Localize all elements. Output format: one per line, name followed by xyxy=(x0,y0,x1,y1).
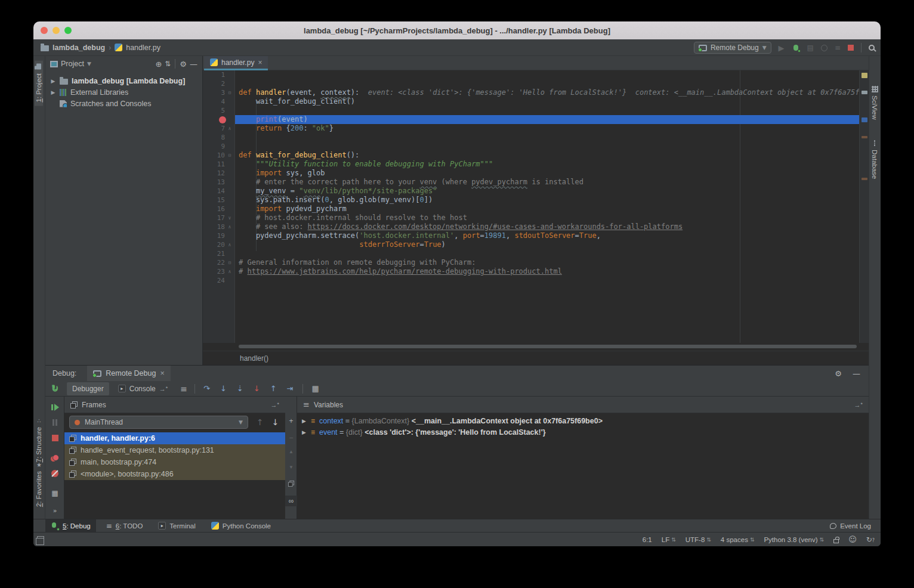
gutter-line-10[interactable]: 10⊟ xyxy=(203,151,234,160)
caret-position[interactable]: 6:1 xyxy=(643,536,652,543)
stack-frame[interactable]: main, bootstrap.py:474 xyxy=(64,456,285,468)
code-line-9[interactable] xyxy=(235,142,859,151)
code-line-1[interactable] xyxy=(235,70,859,79)
coverage-icon[interactable]: ▤ xyxy=(807,44,814,51)
gutter-line-2[interactable]: 2 xyxy=(203,79,234,88)
gutter-line-17[interactable]: 17∨ xyxy=(203,213,234,222)
inspections-icon[interactable]: ☺ xyxy=(848,536,857,543)
close-tab-icon[interactable]: × xyxy=(258,58,262,67)
variables-menu-icon[interactable]: ≡ xyxy=(303,401,310,408)
zoom-window-button[interactable] xyxy=(64,27,72,34)
code-line-11[interactable]: """Utility function to enable debugging … xyxy=(235,160,859,169)
chevron-down-icon[interactable]: ▼ xyxy=(87,61,91,67)
project-panel-title[interactable]: Project xyxy=(61,60,84,68)
code-line-19[interactable]: pydevd_pycharm.settrace('host.docker.int… xyxy=(235,231,859,240)
interpreter-select[interactable]: Python 3.8 (venv)⇅ xyxy=(764,536,824,543)
tree-item[interactable]: ▶External Libraries xyxy=(45,86,202,98)
code-line-22[interactable]: # General information on remote debuggin… xyxy=(235,258,859,267)
code-line-12[interactable]: import sys, glob xyxy=(235,169,859,178)
gutter-line-3[interactable]: 3⊟ xyxy=(203,88,234,97)
tool-button-favorites[interactable]: 2: Favorites★ xyxy=(35,462,42,507)
tool-button-terminal[interactable]: ▸Terminal xyxy=(153,519,200,533)
breakpoint-icon[interactable] xyxy=(219,116,226,123)
gutter-line-8[interactable]: 8 xyxy=(203,133,234,142)
tool-button-todo[interactable]: ≡6: TODO xyxy=(101,519,149,533)
fold-marker-icon[interactable]: ∧ xyxy=(226,124,233,133)
tool-button-sciview[interactable]: SciView xyxy=(871,86,878,120)
collapse-all-icon[interactable]: ⇅ xyxy=(165,60,171,67)
duplicate-watch-icon[interactable] xyxy=(285,480,297,487)
fold-marker-icon[interactable]: ⊟ xyxy=(226,151,233,160)
event-log-button[interactable]: Event Log xyxy=(830,522,871,530)
code-line-13[interactable]: # enter the correct path here to your ve… xyxy=(235,178,859,187)
debug-session-tab[interactable]: Remote Debug × xyxy=(87,366,170,381)
unlock-icon[interactable] xyxy=(833,539,839,543)
code-line-7[interactable]: return {200: "ok"} xyxy=(235,124,859,133)
profiler-icon[interactable] xyxy=(821,45,827,51)
show-return-values-icon[interactable]: ∞ xyxy=(285,496,297,506)
updates-icon[interactable]: ↻? xyxy=(866,536,875,543)
gutter-line-13[interactable]: 13 xyxy=(203,178,234,187)
mute-breakpoints-icon[interactable] xyxy=(45,470,64,477)
gutter-line-19[interactable]: 19 xyxy=(203,231,234,240)
stack-frame[interactable]: handle_event_request, bootstrap.py:131 xyxy=(64,444,285,456)
tool-button-pythonconsole[interactable]: Python Console xyxy=(206,519,276,533)
run-to-cursor-icon[interactable]: ⇥ xyxy=(287,385,294,392)
stripe-mark[interactable] xyxy=(861,136,867,138)
code-line-10[interactable]: def wait_for_debug_client(): xyxy=(235,151,859,160)
encoding-select[interactable]: UTF-8⇅ xyxy=(686,536,711,543)
code-line-24[interactable] xyxy=(235,276,859,285)
chevron-right-icon[interactable]: ▶ xyxy=(50,78,56,84)
move-down-icon[interactable]: ▼ xyxy=(285,465,297,470)
editor-tab-handler[interactable]: handler.py × xyxy=(204,56,268,70)
tree-item[interactable]: Scratches and Consoles xyxy=(45,98,202,109)
pause-icon[interactable] xyxy=(45,419,64,426)
editor-breadcrumb[interactable]: handler() xyxy=(203,351,869,365)
step-into-my-code-icon[interactable]: ↓ xyxy=(254,385,260,392)
view-breakpoints-icon[interactable] xyxy=(45,454,64,462)
tool-button-project[interactable]: 1: Project xyxy=(35,61,43,106)
gutter-line-21[interactable]: 21 xyxy=(203,249,234,258)
gutter-line-16[interactable]: 16 xyxy=(203,205,234,213)
variable-row[interactable]: ▶≡context = {LambdaContext} <__main__.La… xyxy=(297,415,869,426)
editor[interactable]: handler.py × 123⊟4567∧8910⊟1112131415161… xyxy=(203,56,869,365)
code-line-17[interactable]: # host.docker.internal should resolve to… xyxy=(235,213,859,222)
fold-marker-icon[interactable]: ⊟ xyxy=(226,258,233,267)
search-everywhere-icon[interactable] xyxy=(869,45,875,51)
more-icon[interactable]: » xyxy=(45,507,64,514)
code-line-8[interactable] xyxy=(235,133,859,142)
line-separator-select[interactable]: LF⇅ xyxy=(662,536,676,543)
code-line-23[interactable]: # https://www.jetbrains.com/help/pycharm… xyxy=(235,267,859,276)
code-line-15[interactable]: sys.path.insert(0, glob.glob(my_venv)[0]… xyxy=(235,196,859,205)
code-line-6[interactable]: print(event) xyxy=(235,115,859,124)
add-watch-icon[interactable]: + xyxy=(285,417,297,425)
step-out-icon[interactable]: ↑ xyxy=(270,385,277,392)
code-line-14[interactable]: my_venv = "venv/lib/python*/site-package… xyxy=(235,187,859,196)
locate-icon[interactable]: ⊕ xyxy=(155,60,162,68)
gutter-line-11[interactable]: 11 xyxy=(203,160,234,169)
fold-marker-icon[interactable]: ⊟ xyxy=(226,88,233,97)
gutter-line-6[interactable]: 6 xyxy=(203,115,234,124)
debug-icon[interactable] xyxy=(792,44,800,52)
show-prompt-icon[interactable]: → xyxy=(159,385,168,392)
gutter-line-4[interactable]: 4 xyxy=(203,97,234,106)
error-stripe[interactable] xyxy=(859,70,869,343)
run-icon[interactable]: ▶ xyxy=(779,44,785,52)
pin-icon[interactable]: → xyxy=(854,401,863,408)
pin-icon[interactable]: → xyxy=(270,401,279,408)
gutter-line-5[interactable]: 5 xyxy=(203,106,234,115)
run-configuration-select[interactable]: Remote Debug ▼ xyxy=(694,42,771,54)
gutter-line-24[interactable]: 24 xyxy=(203,276,234,285)
tool-button-debug[interactable]: 5: Debug xyxy=(45,519,96,533)
chevron-right-icon[interactable]: ▶ xyxy=(302,429,307,435)
gutter-line-7[interactable]: 7∧ xyxy=(203,124,234,133)
tab-console[interactable]: ▸ Console → xyxy=(113,382,174,395)
step-over-icon[interactable]: ↷ xyxy=(203,385,210,392)
code-line-21[interactable] xyxy=(235,249,859,258)
resume-icon[interactable] xyxy=(45,404,64,411)
gutter-line-14[interactable]: 14 xyxy=(203,187,234,196)
editor-hscrollbar[interactable] xyxy=(239,345,857,348)
stripe-mark[interactable] xyxy=(861,73,867,78)
close-window-button[interactable] xyxy=(41,27,48,34)
tool-button-structure[interactable]: 7: Structure∴ xyxy=(35,417,42,462)
